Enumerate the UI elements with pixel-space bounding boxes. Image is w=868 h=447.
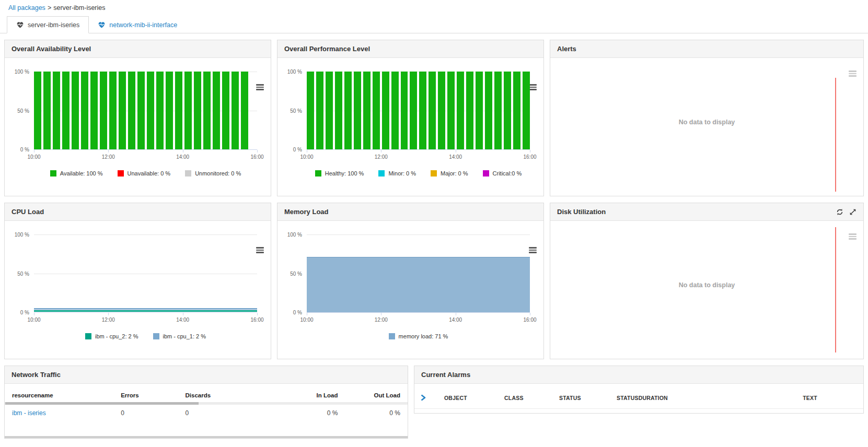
refresh-icon[interactable] bbox=[836, 208, 843, 216]
tab-network-mib-ii-interface[interactable]: network-mib-ii-interface bbox=[89, 17, 186, 33]
legend-label: memory load: 71 % bbox=[399, 333, 448, 339]
breadcrumb-separator: > bbox=[48, 4, 51, 11]
chart-menu-icon[interactable] bbox=[849, 233, 857, 241]
bar bbox=[81, 72, 88, 149]
bar bbox=[513, 72, 520, 149]
network-traffic-table-body: ibm - iseries000 %0 % bbox=[5, 405, 408, 421]
chart-menu-icon[interactable] bbox=[529, 84, 537, 91]
bar bbox=[326, 72, 333, 149]
legend-swatch bbox=[431, 170, 437, 177]
bar bbox=[184, 72, 192, 149]
bar bbox=[109, 72, 117, 149]
legend-item[interactable]: Available: 100 % bbox=[50, 170, 103, 177]
breadcrumb-all-packages-link[interactable]: All packages bbox=[8, 4, 45, 11]
legend-item[interactable]: Unavailable: 0 % bbox=[118, 170, 171, 177]
chart-menu-icon[interactable] bbox=[849, 70, 857, 78]
bar bbox=[307, 72, 314, 149]
legend-swatch bbox=[389, 333, 395, 339]
table-header-row: resourcenameErrorsDiscardsIn LoadOut Loa… bbox=[5, 384, 408, 402]
column-header: OBJECT bbox=[444, 395, 504, 401]
legend-item[interactable]: memory load: 71 % bbox=[389, 333, 448, 339]
expand-icon[interactable] bbox=[849, 208, 857, 216]
bar bbox=[34, 72, 41, 149]
chart-menu-icon[interactable] bbox=[529, 247, 537, 254]
panel-memory-load: Memory Load 100 %50 %0 % 10:0012:0014:00… bbox=[277, 203, 544, 359]
x-axis-label: 10:00 bbox=[27, 154, 40, 160]
y-axis-label: 100 % bbox=[287, 69, 302, 75]
legend-swatch bbox=[85, 333, 91, 339]
bar bbox=[382, 72, 389, 149]
legend-swatch bbox=[315, 170, 321, 177]
legend-item[interactable]: Minor: 0 % bbox=[378, 170, 416, 177]
x-axis-label: 10:00 bbox=[27, 317, 40, 323]
performance-chart: 100 %50 %0 % 10:0012:0014:0016:00 Health… bbox=[307, 72, 530, 177]
availability-chart: 100 %50 %0 % 10:0012:0014:0016:00 Availa… bbox=[34, 72, 257, 177]
bar-series bbox=[34, 72, 257, 149]
legend-item[interactable]: Critical:0 % bbox=[483, 170, 522, 177]
x-axis-label: 14:00 bbox=[449, 317, 462, 323]
resource-link[interactable]: ibm - iseries bbox=[12, 409, 46, 417]
column-header: resourcename bbox=[5, 384, 113, 402]
gridline bbox=[34, 234, 257, 235]
scrollbar-thumb[interactable] bbox=[5, 402, 199, 405]
series-area bbox=[307, 257, 530, 312]
memory-load-chart: 100 %50 %0 % 10:0012:0014:0016:00 memory… bbox=[307, 234, 530, 339]
x-axis-label: 14:00 bbox=[176, 317, 189, 323]
bar bbox=[457, 72, 464, 149]
bar bbox=[166, 72, 173, 149]
legend-item[interactable]: ibm - cpu_1: 2 % bbox=[153, 333, 206, 339]
bar bbox=[438, 72, 445, 149]
bar bbox=[62, 72, 70, 149]
table-cell: 0 bbox=[178, 405, 283, 421]
bar bbox=[373, 72, 380, 149]
legend-item[interactable]: ibm - cpu_2: 2 % bbox=[85, 333, 138, 339]
x-axis-label: 12:00 bbox=[375, 317, 388, 323]
x-axis-tick bbox=[257, 313, 258, 315]
x-axis-label: 10:00 bbox=[300, 317, 313, 323]
heartbeat-icon bbox=[98, 21, 106, 29]
dashboard-grid: Overall Availability Level 100 %50 %0 % … bbox=[4, 40, 864, 439]
y-axis-label: 0 % bbox=[20, 310, 29, 315]
no-data-message: No data to display bbox=[550, 281, 863, 289]
chart-menu-icon[interactable] bbox=[256, 247, 264, 254]
column-header: TEXT bbox=[763, 395, 857, 401]
y-axis-label: 100 % bbox=[15, 69, 29, 75]
column-header: STATUSDURATION bbox=[617, 395, 763, 401]
panel-network-traffic: Network Traffic resourcenameErrorsDiscar… bbox=[4, 366, 408, 439]
x-axis-tick bbox=[307, 313, 307, 315]
panel-title: Memory Load bbox=[277, 203, 543, 221]
bar bbox=[119, 72, 126, 149]
y-axis-label: 50 % bbox=[17, 270, 29, 276]
bar bbox=[90, 72, 98, 149]
legend-item[interactable]: Healthy: 100 % bbox=[315, 170, 364, 177]
table-cell: 0 % bbox=[283, 405, 345, 421]
bar bbox=[241, 72, 248, 149]
bar bbox=[147, 72, 154, 149]
bar bbox=[137, 72, 145, 149]
tab-bar: server-ibm-iseries network-mib-ii-interf… bbox=[0, 14, 868, 33]
expand-row-chevron-icon[interactable] bbox=[421, 394, 444, 401]
panel-overall-performance: Overall Performance Level 100 %50 %0 % 1… bbox=[277, 40, 544, 196]
panel-alerts: Alerts No data to display bbox=[550, 40, 864, 196]
tab-server-ibm-iseries[interactable]: server-ibm-iseries bbox=[7, 16, 89, 33]
legend-item[interactable]: Unmonitored: 0 % bbox=[185, 170, 241, 177]
chart-menu-icon[interactable] bbox=[256, 84, 264, 91]
panel-bottom-scrollbar[interactable] bbox=[5, 436, 408, 438]
x-axis-tick bbox=[183, 150, 183, 152]
panel-title: Overall Performance Level bbox=[277, 40, 543, 58]
breadcrumb: All packages>server-ibm-iseries bbox=[0, 0, 868, 14]
cpu-load-chart: 100 %50 %0 % 10:0012:0014:0016:00 ibm - … bbox=[34, 234, 257, 339]
legend-label: Available: 100 % bbox=[60, 170, 103, 177]
x-axis-label: 12:00 bbox=[375, 154, 388, 160]
y-axis-label: 50 % bbox=[290, 108, 302, 113]
legend-item[interactable]: Major: 0 % bbox=[431, 170, 468, 177]
bar bbox=[494, 72, 502, 149]
panel-title: Disk Utilization bbox=[550, 203, 863, 221]
bar bbox=[523, 72, 530, 149]
table-cell: ibm - iseries bbox=[5, 405, 113, 421]
panel-overall-availability: Overall Availability Level 100 %50 %0 % … bbox=[4, 40, 271, 196]
tab-label: network-mib-ii-interface bbox=[109, 21, 177, 29]
bar bbox=[410, 72, 417, 149]
x-axis-label: 10:00 bbox=[300, 154, 313, 160]
legend-label: Minor: 0 % bbox=[388, 170, 416, 177]
